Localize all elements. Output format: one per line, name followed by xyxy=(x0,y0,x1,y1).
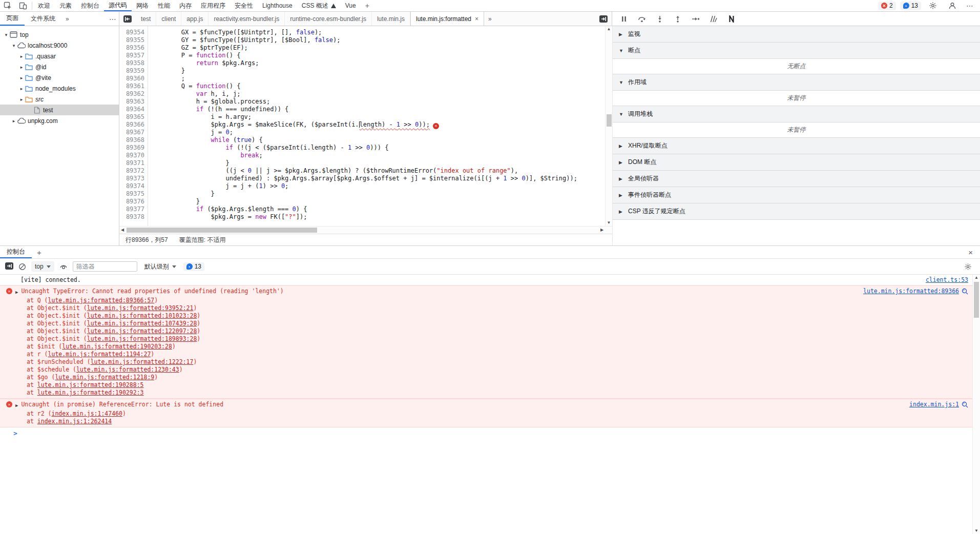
tree-expanded-arrow-icon[interactable]: ▾ xyxy=(11,43,17,48)
device-toolbar-icon[interactable] xyxy=(15,0,31,11)
tab-性能[interactable]: 性能 xyxy=(153,0,175,11)
scroll-up-arrow-icon[interactable]: ▲ xyxy=(973,275,980,281)
more-options-icon[interactable]: ⋯ xyxy=(964,2,976,10)
tree-item-@vite[interactable]: ▸@vite xyxy=(0,72,119,83)
line-number[interactable]: 89374 xyxy=(119,182,144,190)
editor-tab[interactable]: lute.min.js:formatted× xyxy=(410,12,484,26)
scroll-left-arrow-icon[interactable]: ◀ xyxy=(119,227,126,234)
open-search-panel-icon[interactable] xyxy=(595,12,612,26)
scroll-down-arrow-icon[interactable]: ▼ xyxy=(973,528,980,534)
debugger-section-断点[interactable]: ▼断点 xyxy=(613,43,980,59)
tree-collapsed-arrow-icon[interactable]: ▸ xyxy=(18,75,25,80)
tree-collapsed-arrow-icon[interactable]: ▸ xyxy=(18,86,25,91)
debugger-section-事件侦听器断点[interactable]: ▶事件侦听器断点 xyxy=(613,187,980,203)
debugger-section-作用域[interactable]: ▼作用域 xyxy=(613,74,980,91)
console-message-count-badge[interactable]: ▪ 13 xyxy=(183,262,204,271)
tab-应用程序[interactable]: 应用程序 xyxy=(196,0,230,11)
expand-arrow-icon[interactable]: ▶ xyxy=(15,401,18,410)
tree-item-@id[interactable]: ▸@id xyxy=(0,61,119,72)
line-number[interactable]: 89363 xyxy=(119,98,144,106)
code-line[interactable]: } xyxy=(152,190,605,198)
navigator-tab-文件系统[interactable]: 文件系统 xyxy=(25,12,61,26)
tree-item-unpkg.com[interactable]: ▸unpkg.com xyxy=(0,115,119,126)
stack-link[interactable]: lute.min.js:formatted:89366:57 xyxy=(48,297,155,304)
stack-link[interactable]: lute.min.js:formatted:93952:21 xyxy=(87,304,194,312)
line-number[interactable]: 89365 xyxy=(119,113,144,121)
code-line[interactable]: j = 0; xyxy=(152,129,605,136)
code-line[interactable]: GY = $funcType([$Uintptr], [$Bool], fals… xyxy=(152,36,605,44)
code-line[interactable]: P = function() { xyxy=(152,52,605,59)
clear-console-icon[interactable] xyxy=(18,263,26,271)
tab-控制台[interactable]: 控制台 xyxy=(76,0,104,11)
code-line[interactable]: h = $global.process; xyxy=(152,98,605,106)
code-line[interactable]: Q = function() { xyxy=(152,83,605,90)
code-line[interactable]: $pkg.Args = $makeSlice(FK, ($parseInt(i.… xyxy=(152,121,605,129)
live-expression-icon[interactable] xyxy=(59,263,68,270)
inline-error-icon[interactable]: ✕ xyxy=(433,123,439,129)
horizontal-scroll-thumb[interactable] xyxy=(127,228,317,233)
line-number[interactable]: 89367 xyxy=(119,129,144,136)
stack-link[interactable]: lute.min.js:formatted:189893:28 xyxy=(87,335,197,342)
tab-网络[interactable]: 网络 xyxy=(132,0,153,11)
line-number[interactable]: 89371 xyxy=(119,159,144,167)
scroll-right-arrow-icon[interactable]: ▶ xyxy=(599,227,605,234)
expand-arrow-icon[interactable]: ▶ xyxy=(15,288,18,297)
stack-link[interactable]: lute.min.js:formatted:1230:43 xyxy=(76,366,179,373)
line-number[interactable]: 89360 xyxy=(119,75,144,83)
stack-link[interactable]: lute.min.js:formatted:190292:3 xyxy=(37,389,144,396)
line-number[interactable]: 89369 xyxy=(119,144,144,152)
tab-源代码[interactable]: 源代码 xyxy=(104,0,132,11)
editor-tab[interactable]: client xyxy=(156,12,181,26)
stack-link[interactable]: lute.min.js:formatted:107439:28 xyxy=(87,320,197,327)
tree-item-.quasar[interactable]: ▸.quasar xyxy=(0,51,119,61)
tree-item-top[interactable]: ▾top xyxy=(0,29,119,40)
stack-link[interactable]: lute.min.js:formatted:1218:9 xyxy=(55,374,154,381)
code-line[interactable]: ; xyxy=(152,75,605,83)
code-line[interactable]: GZ = $ptrType(EF); xyxy=(152,44,605,52)
stack-link[interactable]: lute.min.js:formatted:190203:28 xyxy=(62,343,172,350)
tree-expanded-arrow-icon[interactable]: ▾ xyxy=(3,32,9,37)
source-link[interactable]: index.min.js:1 xyxy=(909,400,959,409)
vertical-scroll-thumb[interactable] xyxy=(607,114,612,127)
editor-vertical-scrollbar[interactable]: ▲ ▼ xyxy=(605,26,612,226)
console-prompt[interactable]: > xyxy=(0,427,972,439)
line-number[interactable]: 89356 xyxy=(119,44,144,52)
scroll-up-arrow-icon[interactable]: ▲ xyxy=(606,26,612,32)
more-navigator-tabs-icon[interactable]: » xyxy=(61,12,73,26)
code-line[interactable]: } xyxy=(152,67,605,75)
console-sidebar-icon[interactable] xyxy=(5,262,13,271)
line-number[interactable]: 89364 xyxy=(119,106,144,113)
more-editor-tabs-icon[interactable]: » xyxy=(484,12,496,26)
line-number[interactable]: 89372 xyxy=(119,167,144,175)
code-line[interactable]: if (!(j < ($parseInt(i.length) - 1 >> 0)… xyxy=(152,144,605,152)
line-number[interactable]: 89358 xyxy=(119,59,144,67)
tree-item-test[interactable]: test xyxy=(0,105,119,115)
close-drawer-icon[interactable]: × xyxy=(961,246,980,258)
hide-navigator-icon[interactable] xyxy=(119,12,136,26)
source-link[interactable]: lute.min.js:formatted:89366 xyxy=(863,287,959,296)
console-settings-gear-icon[interactable] xyxy=(964,263,975,271)
debugger-section-XHR/提取断点[interactable]: ▶XHR/提取断点 xyxy=(613,138,980,154)
console-scrollbar[interactable]: ▲ ▼ xyxy=(972,275,980,534)
error-count-badge[interactable]: ✕ 2 xyxy=(878,2,896,10)
inspect-element-icon[interactable] xyxy=(0,0,15,11)
console-scroll-thumb[interactable] xyxy=(974,282,979,318)
profile-icon[interactable] xyxy=(945,2,960,10)
debugger-section-CSP 违反了规定断点[interactable]: ▶CSP 违反了规定断点 xyxy=(613,203,980,220)
log-level-selector[interactable]: 默认级别 xyxy=(142,262,178,271)
navigator-more-options-icon[interactable]: ⋯ xyxy=(107,15,119,23)
line-number[interactable]: 89361 xyxy=(119,83,144,90)
step-out-icon[interactable] xyxy=(673,15,682,23)
pause-script-icon[interactable] xyxy=(619,15,629,23)
context-selector[interactable]: top xyxy=(31,261,54,272)
line-number[interactable]: 89359 xyxy=(119,67,144,75)
stack-link[interactable]: lute.min.js:formatted:101023:28 xyxy=(87,312,197,319)
line-number[interactable]: 89376 xyxy=(119,198,144,206)
stack-link[interactable]: index.min.js:1:262414 xyxy=(37,418,112,425)
close-tab-icon[interactable]: × xyxy=(475,15,478,23)
line-number[interactable]: 89362 xyxy=(119,90,144,98)
code-line[interactable]: if ($pkg.Args.$length === 0) { xyxy=(152,206,605,213)
line-number[interactable]: 89375 xyxy=(119,190,144,198)
navigator-tab-页面[interactable]: 页面 xyxy=(0,12,25,26)
code-content[interactable]: GX = $funcType([$Uintptr], [], false); G… xyxy=(148,26,605,226)
